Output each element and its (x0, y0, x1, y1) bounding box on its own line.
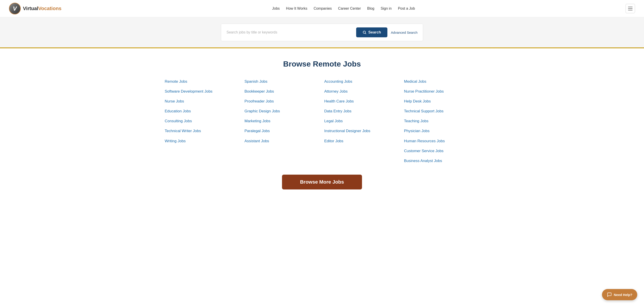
nav-jobs[interactable]: Jobs (272, 6, 280, 10)
header: V VirtualVocations Jobs How It Works Com… (0, 0, 644, 17)
job-link-health-care-jobs[interactable]: Health Care Jobs (324, 99, 400, 104)
job-link-editor-jobs[interactable]: Editor Jobs (324, 139, 400, 144)
hamburger-line-3 (628, 10, 632, 10)
browse-title: Browse Remote Jobs (18, 60, 626, 68)
job-link-technical-writer-jobs[interactable]: Technical Writer Jobs (165, 128, 240, 134)
job-link-technical-support-jobs[interactable]: Technical Support Jobs (404, 109, 479, 114)
job-link-physician-jobs[interactable]: Physician Jobs (404, 128, 479, 134)
advanced-search-link[interactable]: Advanced Search (391, 30, 418, 34)
search-button-label: Search (368, 30, 381, 34)
job-link-customer-service-jobs[interactable]: Customer Service Jobs (404, 148, 479, 154)
hamburger-menu-button[interactable] (626, 4, 635, 13)
job-link-bookkeeper-jobs[interactable]: Bookkeeper Jobs (244, 89, 320, 94)
logo-icon: V (9, 3, 21, 14)
job-link-nurse-jobs[interactable]: Nurse Jobs (165, 99, 240, 104)
hamburger-line-2 (628, 8, 632, 9)
need-help-button[interactable]: Need Help? (602, 289, 637, 300)
search-section: Search Advanced Search (0, 17, 644, 48)
browse-more-button[interactable]: Browse More Jobs (282, 175, 362, 190)
logo-vocations: Vocations (38, 6, 62, 11)
search-input[interactable] (226, 30, 352, 34)
jobs-column-2: Spanish Jobs Bookkeeper Jobs Proofreader… (244, 79, 320, 164)
job-link-teaching-jobs[interactable]: Teaching Jobs (404, 119, 479, 124)
job-link-education-jobs[interactable]: Education Jobs (165, 109, 240, 114)
job-link-assistant-jobs[interactable]: Assistant Jobs (244, 139, 320, 144)
job-link-remote-jobs[interactable]: Remote Jobs (165, 79, 240, 84)
job-link-consulting-jobs[interactable]: Consulting Jobs (165, 119, 240, 124)
logo-virtual: Virtual (23, 6, 38, 11)
job-link-instructional-designer-jobs[interactable]: Instructional Designer Jobs (324, 128, 400, 134)
job-link-marketing-jobs[interactable]: Marketing Jobs (244, 119, 320, 124)
job-link-accounting-jobs[interactable]: Accounting Jobs (324, 79, 400, 84)
hamburger-line-1 (628, 7, 632, 7)
nav-blog[interactable]: Blog (367, 6, 374, 10)
nav-links-list: Jobs How It Works Companies Career Cente… (272, 6, 415, 10)
nav-sign-in[interactable]: Sign in (381, 6, 392, 10)
job-link-human-resources-jobs[interactable]: Human Resources Jobs (404, 139, 479, 144)
svg-line-1 (365, 33, 366, 34)
search-container: Search Advanced Search (221, 24, 423, 41)
job-link-graphic-design-jobs[interactable]: Graphic Design Jobs (244, 109, 320, 114)
search-button[interactable]: Search (356, 28, 388, 37)
need-help-label: Need Help? (614, 293, 632, 297)
nav-how-it-works[interactable]: How It Works (286, 6, 308, 10)
job-link-paralegal-jobs[interactable]: Paralegal Jobs (244, 128, 320, 134)
job-link-proofreader-jobs[interactable]: Proofreader Jobs (244, 99, 320, 104)
job-link-spanish-jobs[interactable]: Spanish Jobs (244, 79, 320, 84)
job-link-nurse-practitioner-jobs[interactable]: Nurse Practitioner Jobs (404, 89, 479, 94)
jobs-column-1: Remote Jobs Software Development Jobs Nu… (165, 79, 240, 164)
search-icon (362, 30, 366, 34)
chat-icon (607, 292, 612, 297)
job-link-data-entry-jobs[interactable]: Data Entry Jobs (324, 109, 400, 114)
job-link-help-desk-jobs[interactable]: Help Desk Jobs (404, 99, 479, 104)
logo-v-letter: V (13, 5, 17, 12)
jobs-grid: Remote Jobs Software Development Jobs Nu… (165, 79, 479, 164)
nav-companies[interactable]: Companies (314, 6, 332, 10)
job-link-business-analyst-jobs[interactable]: Business Analyst Jobs (404, 158, 479, 164)
job-link-software-development[interactable]: Software Development Jobs (165, 89, 240, 94)
logo-link[interactable]: V VirtualVocations (9, 3, 62, 14)
browse-more-container: Browse More Jobs (18, 175, 626, 203)
job-link-legal-jobs[interactable]: Legal Jobs (324, 119, 400, 124)
logo-text: VirtualVocations (23, 6, 62, 12)
nav-career-center[interactable]: Career Center (338, 6, 361, 10)
job-link-writing-jobs[interactable]: Writing Jobs (165, 139, 240, 144)
browse-section: Browse Remote Jobs Remote Jobs Software … (0, 48, 644, 216)
nav-post-job[interactable]: Post a Job (398, 6, 415, 10)
jobs-column-3: Accounting Jobs Attorney Jobs Health Car… (324, 79, 400, 164)
job-link-attorney-jobs[interactable]: Attorney Jobs (324, 89, 400, 94)
job-link-medical-jobs[interactable]: Medical Jobs (404, 79, 479, 84)
main-nav: Jobs How It Works Companies Career Cente… (272, 6, 415, 10)
jobs-column-4: Medical Jobs Nurse Practitioner Jobs Hel… (404, 79, 479, 164)
